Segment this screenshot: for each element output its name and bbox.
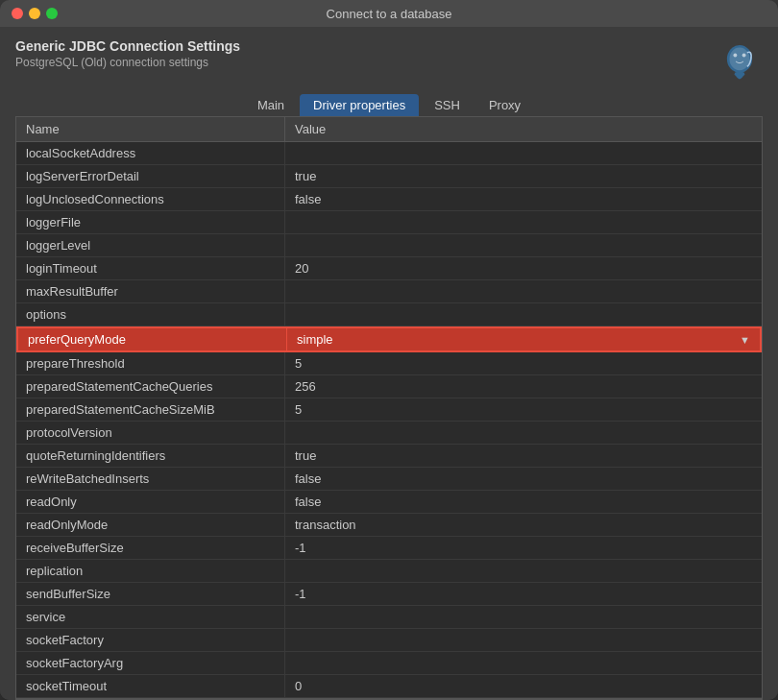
cell-name: reWriteBatchedInserts [16,468,285,490]
cell-value [285,311,762,319]
maximize-button[interactable] [46,8,58,19]
table-row[interactable]: loggerFile [16,211,762,234]
table-row[interactable]: preparedStatementCacheQueries256 [16,375,762,398]
table-row[interactable]: loggerLevel [16,234,762,257]
cell-name: logUnclosedConnections [16,188,285,210]
cell-name: socketFactoryArg [16,652,285,674]
table-header: Name Value [16,117,762,142]
cell-value [285,567,762,575]
cell-name: prepareThreshold [16,352,285,374]
table-row[interactable]: maxResultBuffer [16,280,762,303]
connection-subtitle: PostgreSQL (Old) connection settings [15,56,240,69]
header-section: Generic JDBC Connection Settings Postgre… [15,38,763,84]
cell-name: service [16,606,285,628]
table-row[interactable]: logUnclosedConnectionsfalse [16,188,762,211]
column-name: Name [16,117,285,141]
table-row[interactable]: preferQueryModesimple▼ [16,326,762,352]
table-row[interactable]: socketFactory [16,629,762,652]
cell-name: loggerLevel [16,234,285,256]
table-row[interactable]: replication [16,560,762,583]
cell-name: preferQueryMode [18,328,287,350]
cell-name: socketFactory [16,629,285,651]
minimize-button[interactable] [29,8,40,19]
cell-value[interactable]: simple▼ [287,328,760,350]
cell-value: false [285,491,762,513]
cell-value [285,288,762,296]
svg-point-3 [733,53,737,57]
cell-value: transaction [285,514,762,536]
cell-value: -1 [285,583,762,605]
table-row[interactable]: preparedStatementCacheSizeMiB5 [16,398,762,422]
tab-driver-properties[interactable]: Driver properties [300,94,419,116]
svg-point-4 [742,53,746,57]
table-row[interactable]: logServerErrorDetailtrue [16,165,762,188]
dropdown-arrow-icon[interactable]: ▼ [740,334,750,346]
table-row[interactable]: localSocketAddress [16,142,762,165]
cell-name: socketTimeout [16,675,285,697]
table-row[interactable]: sendBufferSize-1 [16,583,762,606]
titlebar: Connect to a database [0,0,778,27]
cell-name: logServerErrorDetail [16,165,285,187]
cell-name: loggerFile [16,211,285,233]
column-value: Value [285,117,762,141]
connection-title: Generic JDBC Connection Settings [15,38,240,54]
content-area: Generic JDBC Connection Settings Postgre… [0,27,778,700]
cell-name: maxResultBuffer [16,280,285,302]
table-row[interactable]: reWriteBatchedInsertsfalse [16,468,762,491]
table-row[interactable]: quoteReturningIdentifierstrue [16,445,762,468]
cell-value: 256 [285,375,762,398]
table-row[interactable]: loginTimeout20 [16,257,762,280]
cell-value [285,429,762,437]
cell-value: 0 [285,675,762,697]
postgres-icon [717,38,763,84]
cell-value [285,614,762,621]
cell-name: replication [16,560,285,582]
tab-ssh[interactable]: SSH [421,94,474,116]
cell-value: 20 [285,257,762,279]
table-row[interactable]: readOnlyModetransaction [16,514,762,537]
traffic-lights [12,8,58,19]
cell-value: false [285,468,762,490]
cell-name: preparedStatementCacheSizeMiB [16,398,285,421]
cell-name: loginTimeout [16,257,285,279]
cell-value [285,219,762,227]
cell-name: localSocketAddress [16,142,285,164]
header-text: Generic JDBC Connection Settings Postgre… [15,38,240,69]
cell-value [285,242,762,250]
cell-value: true [285,445,762,467]
table-row[interactable]: options [16,303,762,326]
cell-name: readOnlyMode [16,514,285,536]
cell-name: quoteReturningIdentifiers [16,445,285,467]
cell-name: protocolVersion [16,422,285,444]
cell-value: false [285,188,762,210]
table-row[interactable]: protocolVersion [16,422,762,445]
tab-proxy[interactable]: Proxy [475,94,534,116]
table-row[interactable]: socketFactoryArg [16,652,762,675]
cell-value: 5 [285,398,762,421]
cell-name: options [16,303,285,326]
cell-name: readOnly [16,491,285,513]
cell-name: preparedStatementCacheQueries [16,375,285,398]
cell-name: receiveBufferSize [16,537,285,559]
close-button[interactable] [12,8,23,19]
tab-main[interactable]: Main [244,94,298,116]
cell-value [285,150,762,157]
cell-value: -1 [285,537,762,559]
table-row[interactable]: prepareThreshold5 [16,352,762,375]
svg-point-1 [730,48,750,71]
cell-name: sendBufferSize [16,583,285,605]
table-row[interactable]: socketTimeout0 [16,675,762,698]
table-row[interactable]: service [16,606,762,629]
tabs-bar: Main Driver properties SSH Proxy [15,94,763,116]
table-body[interactable]: localSocketAddresslogServerErrorDetailtr… [16,142,762,698]
properties-table: Name Value localSocketAddresslogServerEr… [15,116,763,699]
cell-value [285,637,762,644]
cell-value: 5 [285,352,762,374]
main-window: Connect to a database Generic JDBC Conne… [0,0,778,700]
cell-value [285,660,762,667]
table-row[interactable]: readOnlyfalse [16,491,762,514]
cell-value: true [285,165,762,187]
window-title: Connect to a database [327,7,452,21]
table-row[interactable]: receiveBufferSize-1 [16,537,762,560]
